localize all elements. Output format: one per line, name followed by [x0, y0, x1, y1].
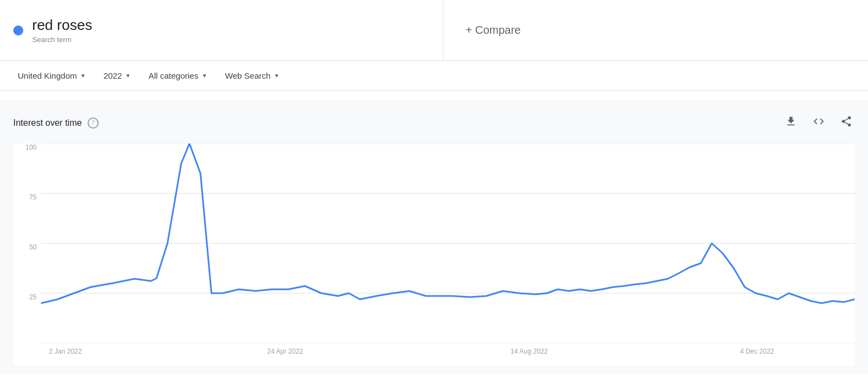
chart-section: Interest over time ? 100 75 50 25 [0, 100, 868, 374]
compare-section: + Compare [443, 0, 868, 60]
chevron-down-icon: ▼ [274, 73, 279, 79]
y-label-50: 50 [13, 243, 41, 251]
filter-categories-label: All categories [149, 71, 198, 80]
search-term-label: Search term [32, 35, 92, 44]
x-label-aug: 14 Aug 2022 [510, 348, 548, 355]
download-button[interactable] [783, 113, 799, 132]
embed-button[interactable] [810, 113, 827, 132]
search-term-dot [13, 25, 23, 35]
chart-header: Interest over time ? [13, 113, 855, 132]
chart-container: 100 75 50 25 2 Jan 2022 24 Apr 2022 14 [13, 144, 855, 365]
x-axis-labels: 2 Jan 2022 24 Apr 2022 14 Aug 2022 4 Dec… [41, 343, 855, 365]
filter-location[interactable]: United Kingdom ▼ [13, 68, 90, 84]
filter-year-label: 2022 [104, 71, 122, 80]
help-icon[interactable]: ? [88, 118, 99, 129]
chart-title-group: Interest over time ? [13, 118, 99, 129]
compare-button[interactable]: + Compare [466, 24, 521, 37]
chevron-down-icon: ▼ [125, 73, 131, 79]
y-label-100: 100 [13, 144, 41, 151]
search-term-name: red roses [32, 17, 92, 34]
y-label-75: 75 [13, 193, 41, 201]
filter-categories[interactable]: All categories ▼ [144, 68, 212, 84]
chart-area [41, 144, 855, 343]
chart-actions [783, 113, 855, 132]
filter-search-type-label: Web Search [225, 71, 270, 80]
line-chart-svg [41, 144, 855, 343]
x-label-dec: 4 Dec 2022 [740, 348, 774, 355]
search-term-text: red roses Search term [32, 17, 92, 43]
x-label-jan: 2 Jan 2022 [49, 348, 81, 355]
chevron-down-icon: ▼ [202, 73, 207, 79]
chart-title: Interest over time [13, 118, 82, 128]
filter-location-label: United Kingdom [18, 71, 77, 80]
share-button[interactable] [838, 113, 855, 132]
chevron-down-icon: ▼ [80, 73, 86, 79]
search-term-section: red roses Search term [0, 0, 443, 60]
y-axis-labels: 100 75 50 25 [13, 144, 41, 343]
header: red roses Search term + Compare [0, 0, 868, 61]
filter-year[interactable]: 2022 ▼ [99, 68, 135, 84]
filters-bar: United Kingdom ▼ 2022 ▼ All categories ▼… [0, 61, 868, 91]
y-label-25: 25 [13, 293, 41, 301]
filter-search-type[interactable]: Web Search ▼ [221, 68, 284, 84]
x-label-apr: 24 Apr 2022 [267, 348, 303, 355]
